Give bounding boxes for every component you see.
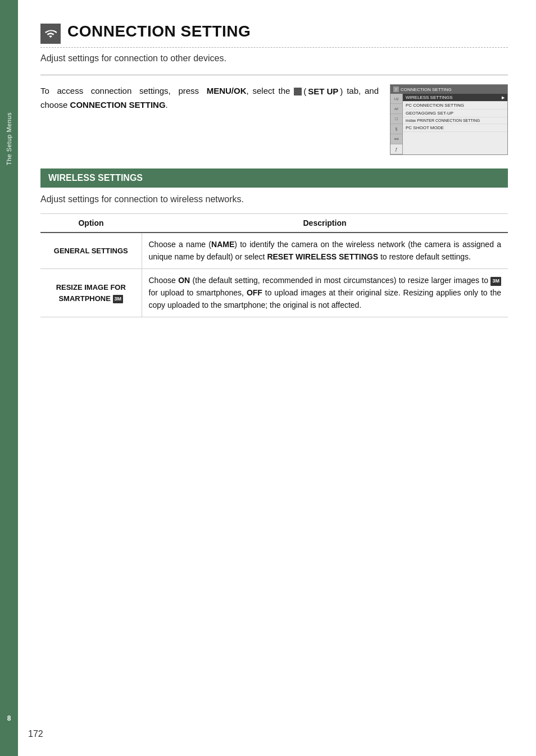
intro-text: To access connection settings, press MEN… bbox=[40, 84, 379, 112]
cam-tab-s: § bbox=[390, 124, 402, 134]
wireless-section-subtitle: Adjust settings for connection to wirele… bbox=[40, 194, 508, 204]
table-header: Option Description bbox=[40, 214, 508, 233]
cam-tab-lq: LQ bbox=[390, 94, 402, 104]
3m-badge-option: 3M bbox=[113, 295, 124, 304]
connection-setting-icon bbox=[40, 24, 61, 44]
cam-menu-wireless-arrow: ▶ bbox=[502, 95, 505, 100]
solid-divider bbox=[40, 75, 508, 75]
sidebar-label: The Setup Menus bbox=[6, 112, 12, 165]
resize-image-label: RESIZE IMAGE FOR SMARTPHONE 3M bbox=[56, 283, 126, 303]
table-row: GENERAL SETTINGS Choose a name (NAME) to… bbox=[40, 233, 508, 269]
cam-menu-title: CONNECTION SETTING bbox=[401, 87, 452, 92]
off-bold: OFF bbox=[247, 288, 262, 297]
header-section: CONNECTION SETTING bbox=[40, 22, 508, 44]
intro-section: To access connection settings, press MEN… bbox=[40, 84, 508, 155]
wireless-section-header: WIRELESS SETTINGS bbox=[40, 168, 508, 188]
cam-sidebar-tabs: LQ AF ☐ § ≡≡ ƒ bbox=[390, 94, 403, 154]
menuok-text: MENU/OK bbox=[207, 86, 247, 95]
on-bold: ON bbox=[178, 276, 190, 285]
wifi-icon bbox=[44, 28, 57, 40]
cam-body: LQ AF ☐ § ≡≡ ƒ WIRELESS SETTINGS ▶ PC bbox=[390, 94, 507, 154]
cam-menu-instax: instax PRINTER CONNECTION SETTING bbox=[403, 117, 507, 124]
main-content: CONNECTION SETTING Adjust settings for c… bbox=[18, 0, 536, 756]
cam-menu-wireless-label: WIRELESS SETTINGS bbox=[406, 95, 453, 100]
cam-menu-pc-shoot-label: PC SHOOT MODE bbox=[406, 125, 444, 130]
name-bold: NAME bbox=[211, 240, 234, 249]
general-settings-label: GENERAL SETTINGS bbox=[54, 247, 128, 255]
col-option-header: Option bbox=[40, 214, 142, 233]
table-row: RESIZE IMAGE FOR SMARTPHONE 3M Choose ON… bbox=[40, 269, 508, 317]
cam-menu-list: WIRELESS SETTINGS ▶ PC CONNECTION SETTIN… bbox=[403, 94, 507, 154]
sidebar: The Setup Menus 8 bbox=[0, 0, 18, 756]
cam-tab-f: ƒ bbox=[390, 144, 402, 154]
wireless-header-text: WIRELESS SETTINGS bbox=[48, 173, 143, 183]
3m-badge-desc: 3M bbox=[490, 277, 501, 286]
col-description-header: Description bbox=[142, 214, 508, 233]
general-settings-option: GENERAL SETTINGS bbox=[40, 233, 142, 269]
cam-icon: ƒ bbox=[393, 86, 399, 92]
sidebar-page-number: 8 bbox=[0, 714, 18, 722]
resize-image-description: Choose ON (the default setting, recommen… bbox=[142, 269, 508, 317]
page-title: CONNECTION SETTING bbox=[67, 22, 251, 40]
settings-table: Option Description GENERAL SETTINGS Choo… bbox=[40, 213, 508, 317]
page-number: 172 bbox=[28, 729, 43, 739]
resize-image-option: RESIZE IMAGE FOR SMARTPHONE 3M bbox=[40, 269, 142, 317]
cam-menu-wireless: WIRELESS SETTINGS ▶ bbox=[403, 94, 507, 102]
cam-menu-instax-label: instax PRINTER CONNECTION SETTING bbox=[406, 119, 480, 122]
dotted-divider bbox=[40, 47, 508, 48]
cam-menu-pc-shoot: PC SHOOT MODE bbox=[403, 124, 507, 132]
general-settings-description: Choose a name (NAME) to identify the cam… bbox=[142, 233, 508, 269]
cam-menu-geotagging-label: GEOTAGGING SET-UP bbox=[406, 111, 453, 116]
cam-tab-box: ☐ bbox=[390, 114, 402, 124]
page-wrapper: The Setup Menus 8 CONNECTION SETTING Adj… bbox=[0, 0, 536, 756]
header-subtitle: Adjust settings for connection to other … bbox=[40, 53, 508, 63]
cam-tab-grid: ≡≡ bbox=[390, 134, 402, 144]
table-body: GENERAL SETTINGS Choose a name (NAME) to… bbox=[40, 233, 508, 317]
cam-tab-af: AF bbox=[390, 104, 402, 114]
table-header-row: Option Description bbox=[40, 214, 508, 233]
cam-title-row: ƒ CONNECTION SETTING bbox=[390, 85, 507, 94]
cam-menu-pc-connection: PC CONNECTION SETTING bbox=[403, 102, 507, 110]
reset-wireless-bold: RESET WIRELESS SETTINGS bbox=[267, 252, 378, 261]
connection-setting-text: CONNECTION SETTING bbox=[70, 100, 166, 110]
cam-menu-pc-connection-label: PC CONNECTION SETTING bbox=[406, 103, 464, 108]
setup-text: SET UP bbox=[308, 85, 338, 98]
cam-menu-geotagging: GEOTAGGING SET-UP bbox=[403, 110, 507, 117]
camera-menu-screenshot: ƒ CONNECTION SETTING LQ AF ☐ § ≡≡ ƒ WIRE bbox=[390, 84, 508, 155]
